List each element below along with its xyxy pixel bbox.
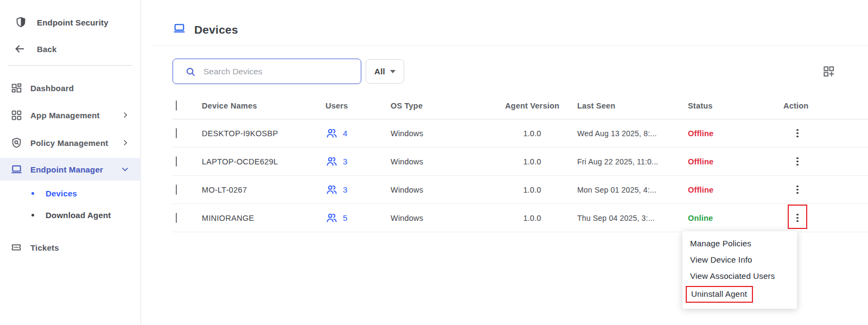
shield-search-icon [10, 136, 23, 149]
table-row: MO-LT-0267 3 Windows 1.0.0 Mon Sep 01 20… [173, 176, 868, 204]
status-badge: Offline [687, 186, 779, 194]
people-icon [326, 155, 338, 168]
toolbar: All [173, 59, 868, 84]
users-link[interactable]: 4 [323, 127, 388, 139]
sidebar-item-policy-management[interactable]: Policy Management [0, 135, 141, 151]
table-row: LAPTOP-OCDE629L 3 Windows 1.0.0 Fri Aug … [173, 148, 868, 176]
col-header-last-seen: Last Seen [573, 101, 687, 110]
device-name: MINIORANGE [199, 214, 323, 222]
page-header: Devices [152, 0, 868, 46]
sidebar-subitem-download-agent[interactable]: Download Agent [0, 207, 141, 222]
sidebar-item-label: Endpoint Manager [30, 165, 103, 174]
menu-item-view-device-info[interactable]: View Device Info [682, 252, 797, 268]
back-label: Back [37, 44, 57, 54]
users-link[interactable]: 5 [323, 212, 388, 224]
os-type: Windows [388, 186, 492, 194]
col-header-action: Action [779, 101, 868, 110]
last-seen: Fri Aug 22 2025, 11:0... [573, 157, 687, 166]
row-actions-context-menu: Manage Policies View Device Info View As… [682, 231, 797, 309]
ticket-icon [10, 241, 23, 254]
device-name: LAPTOP-OCDE629L [199, 157, 323, 166]
row-actions-kebab-icon[interactable] [793, 184, 802, 196]
people-icon [326, 183, 338, 196]
users-link[interactable]: 3 [323, 155, 388, 168]
select-all-checkbox[interactable] [176, 100, 177, 111]
agent-version: 1.0.0 [492, 157, 573, 166]
subitem-label: Download Agent [46, 211, 111, 220]
sidebar-item-label: App Management [30, 111, 100, 120]
row-actions-kebab-icon[interactable] [793, 156, 802, 168]
apps-grid-icon [10, 109, 23, 122]
row-actions-kebab-icon[interactable] [793, 212, 802, 224]
table-header-row: Device Names Users OS Type Agent Version… [173, 92, 868, 119]
people-icon [326, 127, 338, 139]
uninstall-agent-annotation-box: Uninstall Agent [686, 286, 753, 303]
sidebar-item-label: Tickets [30, 243, 59, 252]
os-type: Windows [388, 214, 492, 222]
users-link[interactable]: 3 [323, 183, 388, 196]
devices-laptop-icon [173, 22, 186, 37]
bullet-icon [31, 192, 34, 195]
users-count: 3 [343, 185, 348, 194]
row-checkbox[interactable] [176, 128, 177, 138]
sidebar-item-label: Dashboard [30, 84, 74, 93]
status-badge: Online [687, 214, 779, 222]
dashboard-icon [10, 81, 23, 94]
table-row: DESKTOP-I9KOSBP 4 Windows 1.0.0 Wed Aug … [173, 119, 868, 148]
filter-value: All [374, 67, 385, 76]
sidebar: Endpoint Security Back Dashboard App Man… [0, 0, 141, 325]
table-row: MINIORANGE 5 Windows 1.0.0 Thu Sep 04 20… [173, 204, 868, 232]
status-badge: Offline [687, 157, 779, 166]
row-actions-kebab-icon[interactable] [793, 128, 802, 139]
shield-logo-icon [14, 16, 27, 29]
col-header-status: Status [687, 101, 779, 110]
subitem-label: Devices [46, 189, 77, 198]
row-checkbox[interactable] [176, 213, 177, 223]
agent-version: 1.0.0 [492, 214, 573, 222]
users-count: 4 [343, 129, 348, 138]
chevron-right-icon [122, 111, 129, 119]
people-icon [326, 212, 338, 224]
endpoint-security-app: Endpoint Security Back Dashboard App Man… [0, 0, 868, 325]
os-type: Windows [388, 157, 492, 166]
row-checkbox[interactable] [176, 184, 177, 195]
col-header-agent-version: Agent Version [492, 101, 573, 110]
agent-version: 1.0.0 [492, 186, 573, 194]
menu-item-uninstall-agent[interactable]: Uninstall Agent [682, 284, 797, 304]
device-name: MO-LT-0267 [199, 186, 323, 194]
laptop-icon [10, 163, 23, 176]
users-count: 5 [343, 213, 348, 222]
chevron-down-icon [121, 165, 129, 174]
sidebar-item-label: Policy Management [30, 138, 108, 148]
status-badge: Offline [687, 129, 779, 138]
search-box [173, 59, 361, 84]
sidebar-divider [8, 65, 132, 66]
row-checkbox[interactable] [176, 156, 177, 167]
arrow-left-icon [13, 42, 26, 55]
sidebar-item-dashboard[interactable]: Dashboard [0, 80, 141, 96]
last-seen: Wed Aug 13 2025, 8:... [573, 129, 687, 138]
device-name: DESKTOP-I9KOSBP [199, 129, 323, 138]
col-header-device-names: Device Names [199, 101, 323, 110]
sidebar-item-tickets[interactable]: Tickets [0, 239, 141, 256]
last-seen: Thu Sep 04 2025, 3:... [573, 214, 687, 222]
sidebar-item-app-management[interactable]: App Management [0, 107, 141, 123]
back-button[interactable]: Back [0, 41, 141, 57]
sidebar-subitem-devices[interactable]: Devices [0, 186, 141, 201]
filter-dropdown[interactable]: All [366, 59, 404, 84]
users-count: 3 [343, 157, 348, 166]
menu-item-manage-policies[interactable]: Manage Policies [682, 235, 797, 252]
menu-item-view-associated-users[interactable]: View Associated Users [682, 268, 797, 284]
grid-plus-button[interactable] [821, 65, 835, 79]
agent-version: 1.0.0 [492, 129, 573, 138]
bullet-icon [31, 214, 34, 216]
sidebar-item-endpoint-manager[interactable]: Endpoint Manager [0, 158, 141, 181]
chevron-down-caret-icon [390, 70, 395, 73]
search-icon [185, 66, 196, 80]
last-seen: Mon Sep 01 2025, 4:... [573, 186, 687, 194]
brand: Endpoint Security [0, 14, 141, 30]
search-input[interactable] [203, 59, 355, 84]
col-header-os-type: OS Type [388, 101, 492, 110]
col-header-users: Users [323, 101, 388, 110]
brand-label: Endpoint Security [37, 18, 108, 27]
